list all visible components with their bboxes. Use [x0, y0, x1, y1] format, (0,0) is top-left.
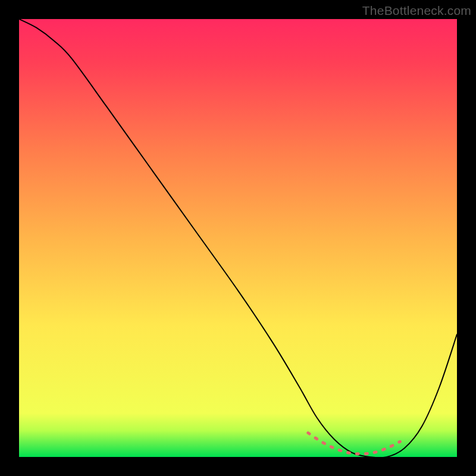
chart-svg [19, 19, 457, 457]
watermark-text: TheBottleneck.com [362, 4, 471, 18]
gradient-fill-rect [19, 19, 457, 457]
chart-container [19, 19, 457, 457]
